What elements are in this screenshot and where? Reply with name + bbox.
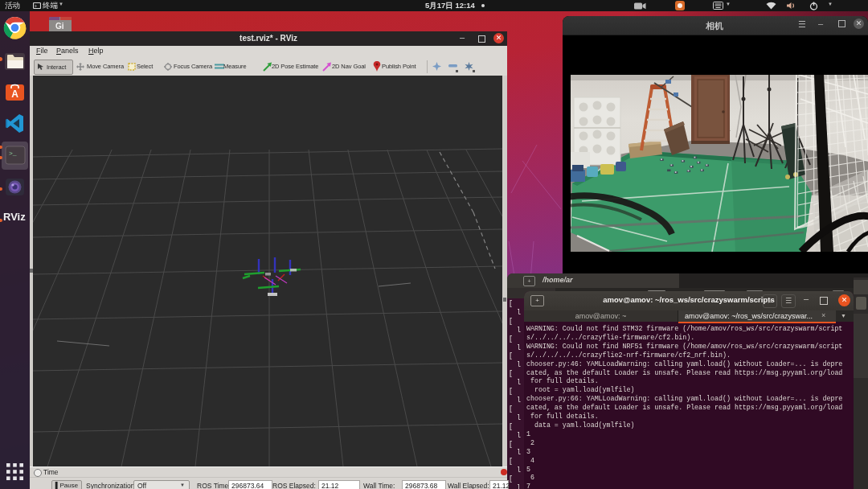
svg-text:A: A bbox=[11, 88, 18, 100]
svg-text:>_: >_ bbox=[9, 150, 17, 157]
